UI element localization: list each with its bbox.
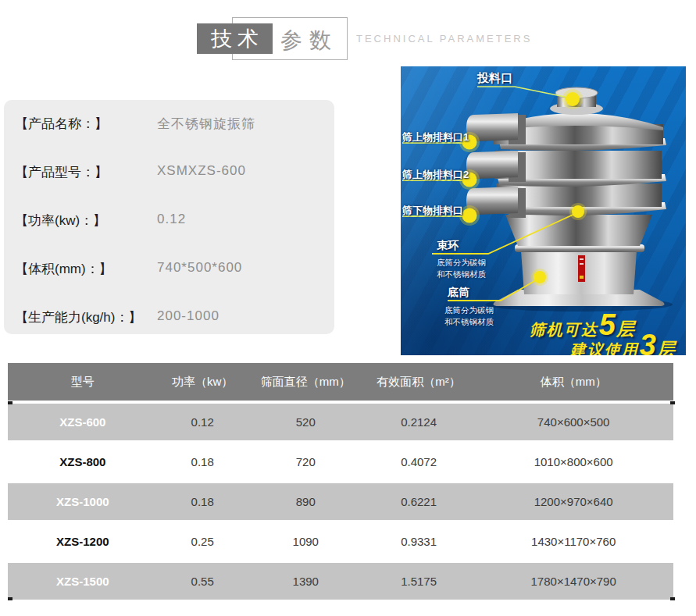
- table-header-row: 型号 功率（kw） 筛面直径（mm） 有效面积（m²） 体积（mm）: [8, 363, 673, 401]
- col-header-model: 型号: [8, 375, 158, 390]
- spec-label-volume: 【体积(mm)：】: [15, 260, 154, 278]
- callout-feed-inlet: 投料口: [477, 71, 512, 86]
- callout-clamp-ring: 束环: [437, 239, 459, 253]
- spec-value-model: XSMXZS-600: [157, 163, 246, 179]
- callout-undersize-outlet: 筛下物排料口: [402, 204, 463, 218]
- product-spec-panel: 【产品名称：】 全不锈钢旋振筛 【产品型号：】 XSMXZS-600 【功率(k…: [4, 100, 334, 334]
- spec-value-power: 0.12: [157, 212, 186, 227]
- table-corner-mark: [670, 401, 675, 404]
- table-corner-mark: [670, 597, 675, 600]
- spec-label-power: 【功率(kw)：】: [15, 212, 154, 230]
- spec-label-name: 【产品名称：】: [15, 115, 154, 133]
- page: 技术 参数 TECHNICAL PARAMETERS 【产品名称：】 全不锈钢旋…: [0, 0, 696, 616]
- spec-label-capacity: 【生产能力(kg/h)：】: [15, 308, 154, 326]
- product-photo: 投料口 筛上物排料口1 筛上物排料口2 筛下物排料口 束环 底筒分为碳钢 和不锈…: [401, 66, 686, 355]
- col-header-power: 功率（kw）: [158, 375, 248, 390]
- table-row: XZS-1500 0.55 1390 1.5175 1780×1470×790: [8, 563, 673, 600]
- col-header-volume: 体积（mm）: [473, 375, 673, 390]
- table-corner-mark: [8, 401, 12, 404]
- spec-label-model: 【产品型号：】: [15, 163, 154, 181]
- col-header-diameter: 筛面直径（mm）: [248, 375, 364, 390]
- page-title-primary: 技术: [197, 23, 273, 54]
- page-subtitle: TECHNICAL PARAMETERS: [356, 33, 532, 45]
- slogan-line-2: 建议使用 3 层: [570, 330, 675, 355]
- spec-row-name: 【产品名称：】 全不锈钢旋振筛: [15, 115, 334, 130]
- page-title-secondary: 参数: [280, 26, 338, 55]
- spec-row-capacity: 【生产能力(kg/h)：】 200-1000: [15, 308, 334, 324]
- callout-base-drum: 底筒: [448, 286, 469, 300]
- table-row: XZS-800 0.18 720 0.4072 1010×800×600: [8, 443, 673, 480]
- spec-value-volume: 740*500*600: [157, 260, 242, 276]
- callout-base-drum-note: 底筒分为碳钢 和不锈钢材质: [444, 304, 494, 328]
- model-spec-table: 型号 功率（kw） 筛面直径（mm） 有效面积（m²） 体积（mm） XZS-6…: [8, 363, 673, 600]
- callout-oversize-outlet-1: 筛上物排料口1: [402, 130, 469, 144]
- spec-value-capacity: 200-1000: [157, 308, 220, 324]
- spec-row-model: 【产品型号：】 XSMXZS-600: [15, 163, 334, 179]
- table-row: XZS-1200 0.25 1090 0.9331 1430×1170×760: [8, 523, 673, 560]
- table-corner-mark: [8, 597, 12, 600]
- spec-row-volume: 【体积(mm)：】 740*500*600: [15, 260, 334, 276]
- spec-value-name: 全不锈钢旋振筛: [157, 115, 255, 133]
- spec-row-power: 【功率(kw)：】 0.12: [15, 212, 334, 227]
- table-row: XZS-1000 0.18 890 0.6221 1200×970×640: [8, 483, 673, 520]
- table-row: XZS-600 0.12 520 0.2124 740×600×500: [8, 404, 673, 440]
- callout-clamp-ring-note: 底筒分为碳钢 和不锈钢材质: [437, 257, 486, 280]
- col-header-area: 有效面积（m²）: [364, 375, 474, 390]
- callout-oversize-outlet-2: 筛上物排料口2: [402, 168, 469, 182]
